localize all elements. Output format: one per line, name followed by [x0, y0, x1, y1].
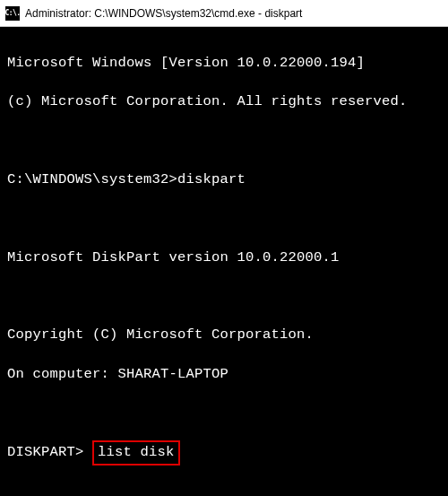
- blank-line: [7, 131, 448, 151]
- prompt-line: C:\WINDOWS\system32>diskpart: [7, 170, 448, 190]
- window-title: Administrator: C:\WINDOWS\system32\cmd.e…: [25, 7, 302, 20]
- blank-line: [7, 287, 448, 307]
- terminal-output[interactable]: Microsoft Windows [Version 10.0.22000.19…: [0, 27, 448, 496]
- text-line: Microsoft DiskPart version 10.0.22000.1: [7, 248, 448, 268]
- text-line: On computer: SHARAT-LAPTOP: [7, 365, 448, 385]
- blank-line: [7, 483, 448, 496]
- highlighted-command: list disk: [92, 440, 180, 466]
- text-line: (c) Microsoft Corporation. All rights re…: [7, 92, 448, 112]
- text-line: Copyright (C) Microsoft Corporation.: [7, 326, 448, 345]
- text-line: Microsoft Windows [Version 10.0.22000.19…: [7, 54, 448, 74]
- blank-line: [7, 404, 448, 423]
- blank-line: [7, 209, 448, 229]
- cmd-icon: C:\.: [5, 6, 20, 21]
- prompt-line: DISKPART> list disk: [7, 442, 448, 464]
- window-titlebar[interactable]: C:\. Administrator: C:\WINDOWS\system32\…: [0, 0, 448, 27]
